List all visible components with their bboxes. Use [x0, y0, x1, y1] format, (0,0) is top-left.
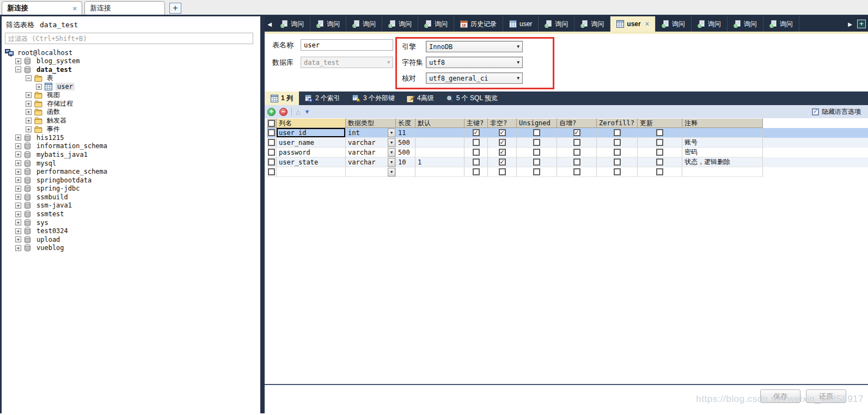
tab-询问[interactable]: 询问	[728, 16, 763, 32]
tree-item-函数[interactable]: +函数	[2, 108, 260, 117]
expand-icon[interactable]: +	[15, 58, 21, 64]
expand-icon[interactable]: +	[26, 109, 32, 115]
expand-icon[interactable]: +	[15, 219, 21, 225]
default-cell[interactable]	[415, 167, 464, 177]
tab-user[interactable]: user	[503, 16, 539, 32]
tab-历史记录[interactable]: 18历史记录	[454, 16, 503, 32]
close-icon[interactable]: ×	[645, 20, 649, 28]
row-select-checkbox[interactable]	[268, 158, 275, 166]
tree-item-mysql[interactable]: +mysql	[2, 159, 260, 168]
collapse-icon[interactable]: −	[26, 75, 32, 81]
row-select-checkbox[interactable]	[268, 149, 275, 156]
unsigned-checkbox[interactable]	[533, 139, 540, 146]
tree-item-表[interactable]: −表	[2, 74, 260, 83]
type-dropdown-icon[interactable]: ▼	[388, 158, 395, 167]
tab-询问[interactable]: 询问	[346, 16, 382, 32]
pk-checkbox[interactable]	[473, 139, 480, 146]
select-all-checkbox[interactable]	[268, 120, 275, 127]
data-type-cell[interactable]: varchar▼	[346, 138, 396, 148]
tree-item-spring-jdbc[interactable]: +spring-jdbc	[2, 185, 260, 193]
expand-icon[interactable]: +	[36, 84, 42, 90]
column-header-长度[interactable]: 长度	[396, 118, 415, 128]
tab-询问[interactable]: 询问	[763, 16, 799, 32]
engine-select[interactable]: InnoDB ▼	[426, 41, 523, 52]
zerofill-checkbox[interactable]	[614, 168, 621, 175]
tree-item-user[interactable]: +user	[2, 82, 260, 91]
column-name-cell[interactable]: user_state	[277, 157, 346, 167]
data-type-cell[interactable]: ▼	[346, 167, 396, 177]
column-row-user_state[interactable]: user_statevarchar▼101✓状态，逻辑删除	[267, 157, 868, 167]
tab-user-active[interactable]: user×	[610, 16, 655, 32]
update-checkbox[interactable]	[656, 149, 663, 156]
autoinc-checkbox[interactable]	[573, 158, 580, 166]
tree-item-upload[interactable]: +upload	[2, 235, 260, 244]
subtab-1[interactable]: 1 列	[265, 91, 299, 105]
subtab-2[interactable]: 2 个索引	[299, 91, 346, 105]
move-up-icon[interactable]: △	[296, 108, 300, 115]
column-header-数据类型[interactable]: 数据类型	[346, 118, 396, 128]
tab-scroll-right-icon[interactable]: ▶	[846, 20, 854, 28]
column-name-cell[interactable]	[277, 167, 346, 177]
restore-button[interactable]: 还原	[806, 389, 846, 403]
notnull-checkbox[interactable]: ✓	[499, 139, 506, 146]
column-header-主键?[interactable]: 主键?	[464, 118, 488, 128]
pk-checkbox[interactable]	[473, 158, 480, 166]
column-header-自增?[interactable]: 自增?	[557, 118, 597, 128]
tab-询问[interactable]: 询问	[418, 16, 454, 32]
autoinc-checkbox[interactable]: ✓	[573, 129, 580, 136]
add-connection-button[interactable]: +	[169, 3, 181, 14]
autoinc-checkbox[interactable]	[573, 149, 580, 156]
expand-icon[interactable]: +	[15, 194, 21, 200]
default-cell[interactable]: 1	[415, 157, 464, 167]
expand-icon[interactable]: +	[15, 211, 21, 217]
subtab-4[interactable]: 4高级	[401, 91, 440, 105]
tree-filter-input[interactable]	[5, 33, 253, 44]
pk-checkbox[interactable]	[473, 149, 480, 156]
move-down-icon[interactable]: ▼	[304, 108, 310, 115]
expand-icon[interactable]: +	[15, 245, 21, 251]
length-cell[interactable]: 11	[396, 128, 415, 138]
unsigned-checkbox[interactable]	[533, 149, 540, 156]
subtab-3[interactable]: 3 个外部键	[346, 91, 401, 105]
subtab-5[interactable]: 5 个 SQL 预览	[440, 91, 504, 105]
notnull-checkbox[interactable]: ✓	[499, 129, 506, 136]
type-dropdown-icon[interactable]: ▼	[388, 129, 395, 137]
expand-icon[interactable]: +	[15, 151, 21, 157]
tree-item-mybatis_java1[interactable]: +mybatis_java1	[2, 150, 260, 159]
panel-divider[interactable]	[260, 16, 265, 413]
comment-cell[interactable]: 密码	[682, 148, 763, 157]
notnull-checkbox[interactable]: ✓	[499, 149, 506, 156]
zerofill-checkbox[interactable]	[614, 129, 621, 136]
expand-icon[interactable]: +	[26, 126, 32, 132]
column-header-默认[interactable]: 默认	[415, 118, 464, 128]
expand-icon[interactable]: +	[26, 118, 32, 124]
column-header-Unsigned[interactable]: Unsigned	[517, 118, 557, 128]
tree-item-ssmbuild[interactable]: +ssmbuild	[2, 193, 260, 202]
data-type-cell[interactable]: varchar▼	[346, 157, 396, 167]
length-cell[interactable]: 10	[396, 157, 415, 167]
expand-icon[interactable]: +	[15, 177, 21, 183]
zerofill-checkbox[interactable]	[614, 139, 621, 146]
column-header-列名[interactable]: 列名	[277, 118, 346, 128]
tree-item-vueblog[interactable]: +vueblog	[2, 244, 260, 253]
column-name-cell[interactable]: password	[277, 148, 346, 157]
tab-scroll-left-icon[interactable]: ◀	[265, 16, 274, 32]
add-column-icon[interactable]: +	[267, 108, 276, 116]
tree-item-ssmtest[interactable]: +ssmtest	[2, 210, 260, 218]
tree-item-存储过程[interactable]: +存储过程	[2, 100, 260, 108]
unsigned-checkbox[interactable]	[533, 168, 540, 175]
tab-询问[interactable]: 询问	[692, 16, 728, 32]
table-name-input[interactable]	[301, 39, 393, 51]
length-cell[interactable]	[396, 167, 415, 177]
charset-select[interactable]: utf8 ▼	[426, 57, 523, 68]
tree-item-his1215[interactable]: +his1215	[2, 133, 260, 142]
save-button[interactable]: 保存	[760, 389, 800, 403]
comment-cell[interactable]: 状态，逻辑删除	[682, 157, 763, 167]
column-name-cell[interactable]: user_name	[277, 138, 346, 148]
tab-询问[interactable]: 询问	[310, 16, 346, 32]
expand-icon[interactable]: +	[15, 169, 21, 175]
expand-icon[interactable]: +	[26, 101, 32, 107]
expand-icon[interactable]: +	[15, 135, 21, 141]
type-dropdown-icon[interactable]: ▼	[388, 138, 395, 147]
column-name-cell[interactable]: user_id	[277, 128, 346, 138]
